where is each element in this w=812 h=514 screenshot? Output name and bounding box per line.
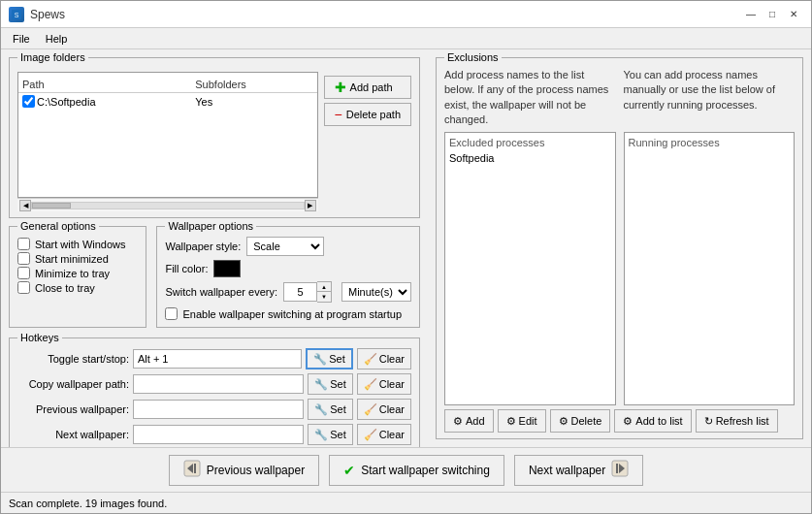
hotkey-copy-clear-button[interactable]: 🧹 Clear — [357, 373, 411, 395]
clear-label-0: Clear — [379, 353, 405, 365]
set-icon-1: 🔧 — [314, 378, 328, 391]
add-path-button[interactable]: ✚ Add path — [324, 76, 411, 99]
minimize-button[interactable]: — — [741, 6, 761, 23]
svg-rect-7 — [616, 464, 618, 473]
menu-file[interactable]: File — [5, 31, 38, 47]
refresh-icon: ↻ — [704, 415, 713, 428]
hotkey-prev-input[interactable] — [133, 400, 304, 419]
h-scrollbar[interactable]: ◀ ▶ — [17, 198, 318, 211]
spinner-up[interactable]: ▲ — [317, 282, 331, 292]
delete-excl-icon: ⚙ — [559, 415, 568, 428]
clear-icon-0: 🧹 — [364, 353, 377, 366]
window-title: Spews — [30, 8, 65, 21]
start-windows-check[interactable] — [17, 238, 30, 250]
wallpaper-style-label: Wallpaper style: — [165, 241, 241, 252]
minimize-tray-check[interactable] — [17, 267, 30, 279]
close-button[interactable]: ✕ — [784, 6, 803, 23]
title-bar-left: S Spews — [9, 7, 65, 22]
opt-start-minimized: Start minimized — [17, 251, 138, 266]
hotkeys-label: Hotkeys — [17, 332, 62, 343]
add-excl-label: Add — [466, 415, 485, 427]
edit-exclusion-button[interactable]: ⚙ Edit — [498, 409, 546, 433]
path-buttons: ✚ Add path − Delete path — [324, 72, 411, 211]
opt-close-tray: Close to tray — [17, 280, 138, 295]
previous-wallpaper-button[interactable]: Previous wallpaper — [169, 455, 319, 486]
excluded-header: Excluded processes — [449, 137, 611, 148]
set-label-2: Set — [330, 403, 346, 415]
delete-path-label: Delete path — [346, 109, 401, 120]
hotkey-toggle-input[interactable] — [133, 349, 302, 369]
general-options-label: General options — [17, 220, 99, 232]
enable-switch-label: Enable wallpaper switching at program st… — [182, 308, 402, 320]
folder-table-wrapper: Path Subfolders — [17, 72, 318, 211]
clear-icon-3: 🧹 — [364, 429, 377, 441]
start-minimized-check[interactable] — [17, 252, 30, 265]
hotkey-toggle-label: Toggle start/stop: — [17, 353, 129, 365]
folder-checkbox[interactable] — [22, 95, 35, 108]
enable-switch-check[interactable] — [165, 307, 178, 320]
hotkey-next-input[interactable] — [133, 425, 304, 444]
delete-excl-label: Delete — [571, 415, 602, 427]
edit-excl-icon: ⚙ — [506, 415, 516, 428]
switch-value-input[interactable] — [283, 282, 317, 302]
scroll-left-arrow[interactable]: ◀ — [19, 200, 31, 211]
add-to-list-button[interactable]: ⚙ Add to list — [614, 409, 691, 433]
delete-icon: − — [335, 107, 342, 122]
excluded-processes-box[interactable]: Excluded processes Softpedia — [444, 132, 616, 405]
running-processes-box[interactable]: Running processes — [624, 132, 796, 405]
scrollbar-track[interactable] — [31, 202, 305, 209]
maximize-button[interactable]: □ — [763, 6, 782, 23]
clear-icon-2: 🧹 — [364, 403, 377, 416]
folder-checked-row: C:\Softpedia — [22, 95, 187, 108]
close-tray-check[interactable] — [17, 281, 30, 294]
title-bar-controls: — □ ✕ — [741, 6, 803, 23]
spinner-buttons: ▲ ▼ — [317, 281, 332, 303]
hotkey-copy-input[interactable] — [133, 374, 304, 394]
running-header: Running processes — [629, 137, 791, 148]
hotkey-row-toggle: Toggle start/stop: 🔧 Set 🧹 Clear — [17, 348, 411, 369]
hotkey-toggle-clear-button[interactable]: 🧹 Clear — [357, 348, 411, 369]
next-wallpaper-label: Next wallpaper — [529, 464, 605, 477]
exclusions-lists: Excluded processes Softpedia Running pro… — [444, 132, 795, 405]
exclusions-desc1: Add process names to the list below. If … — [444, 68, 624, 128]
set-label-3: Set — [330, 429, 346, 440]
hotkey-next-set-button[interactable]: 🔧 Set — [308, 424, 353, 445]
refresh-list-button[interactable]: ↻ Refresh list — [696, 409, 778, 433]
start-wallpaper-button[interactable]: ✔ Start wallpaper switching — [329, 455, 504, 486]
folder-area[interactable]: Path Subfolders — [17, 72, 318, 198]
prev-icon — [183, 460, 201, 480]
folder-subfolders-cell: Yes — [191, 93, 316, 111]
hotkey-row-prev: Previous wallpaper: 🔧 Set 🧹 Clear — [17, 399, 411, 420]
switch-unit-select[interactable]: Second(s) Minute(s) Hour(s) — [341, 282, 411, 302]
clear-label-1: Clear — [379, 378, 405, 390]
wallpaper-options-label: Wallpaper options — [165, 220, 256, 232]
hotkey-copy-set-button[interactable]: 🔧 Set — [308, 373, 353, 395]
scrollbar-thumb[interactable] — [32, 203, 71, 209]
hotkey-toggle-set-button[interactable]: 🔧 Set — [306, 348, 353, 369]
app-icon: S — [9, 7, 24, 22]
clear-label-2: Clear — [379, 403, 405, 415]
wallpaper-style-row: Wallpaper style: Scale Stretch Fit Fill … — [165, 237, 411, 256]
fill-color-box[interactable] — [213, 260, 241, 277]
options-row: General options Start with Windows Start… — [9, 226, 420, 328]
right-panel: Exclusions Add process names to the list… — [428, 49, 811, 447]
table-row[interactable]: C:\Softpedia Yes — [18, 93, 317, 111]
scroll-right-arrow[interactable]: ▶ — [305, 200, 316, 211]
wallpaper-style-select[interactable]: Scale Stretch Fit Fill Tile Center — [246, 237, 324, 256]
hotkey-next-clear-button[interactable]: 🧹 Clear — [357, 424, 411, 445]
image-folders-section: Image folders Path Subfolders — [9, 57, 420, 218]
delete-path-button[interactable]: − Delete path — [324, 103, 411, 126]
delete-exclusion-button[interactable]: ⚙ Delete — [550, 409, 611, 433]
hotkey-prev-clear-button[interactable]: 🧹 Clear — [357, 399, 411, 420]
hotkey-prev-label: Previous wallpaper: — [17, 403, 129, 415]
folder-path-cell: C:\Softpedia — [18, 93, 191, 111]
clear-icon-1: 🧹 — [364, 378, 377, 391]
hotkey-prev-set-button[interactable]: 🔧 Set — [308, 399, 353, 420]
add-exclusion-button[interactable]: ⚙ Add — [444, 409, 494, 433]
menu-help[interactable]: Help — [38, 31, 76, 47]
add-excl-icon: ⚙ — [453, 415, 463, 428]
spinner-down[interactable]: ▼ — [317, 292, 331, 302]
start-wallpaper-label: Start wallpaper switching — [361, 464, 490, 477]
next-wallpaper-button[interactable]: Next wallpaper — [514, 455, 643, 486]
opt-minimize-tray: Minimize to tray — [17, 266, 138, 280]
